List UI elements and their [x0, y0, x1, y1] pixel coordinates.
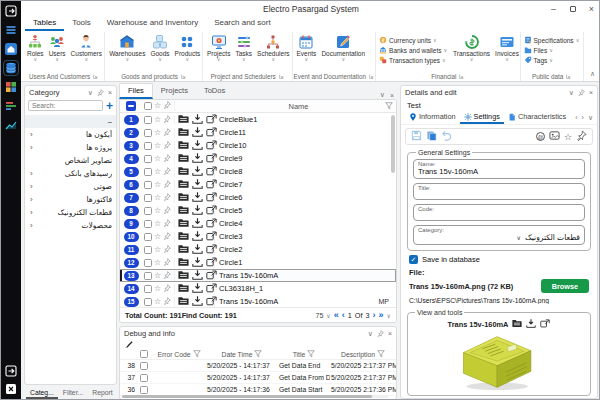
ribbon-tab-tables[interactable]: Tables: [25, 16, 64, 31]
download-icon[interactable]: [526, 319, 536, 330]
tab-projects[interactable]: Projects: [153, 84, 196, 99]
browse-button[interactable]: Browse: [541, 279, 589, 293]
download-icon[interactable]: [192, 231, 203, 243]
pin-icon[interactable]: [163, 128, 171, 138]
star-icon[interactable]: ☆: [154, 155, 161, 163]
filter-funnel-icon[interactable]: [377, 350, 385, 359]
download-icon[interactable]: [192, 166, 203, 178]
documentation-button[interactable]: Documentation ∨: [319, 34, 367, 61]
pin-icon[interactable]: [163, 167, 171, 177]
mention-icon[interactable]: @: [536, 132, 545, 141]
trend-chart-icon[interactable]: [5, 119, 17, 131]
customers-button[interactable]: Customers ∨: [69, 34, 104, 61]
tab-category[interactable]: Categ...: [26, 388, 58, 399]
save-icon[interactable]: [411, 130, 422, 143]
export-icon[interactable]: [5, 365, 17, 377]
roles-button[interactable]: Roles ∨: [25, 34, 46, 61]
expander-icon[interactable]: ›: [30, 130, 38, 139]
clear-log-icon[interactable]: [124, 339, 133, 350]
expander-icon[interactable]: ›: [30, 208, 38, 217]
select-all-checkbox[interactable]: [140, 350, 148, 358]
star-icon[interactable]: ☆: [154, 220, 161, 228]
image-icon[interactable]: [549, 130, 560, 143]
star-icon[interactable]: ☆: [154, 246, 161, 254]
category-tree-item[interactable]: تصاویر اشخاص: [25, 154, 116, 167]
minimize-icon[interactable]: –: [544, 2, 563, 17]
files-button[interactable]: Files ∨: [524, 46, 580, 54]
horizontal-scrollbar[interactable]: [122, 395, 388, 398]
chevron-down-icon[interactable]: ∨: [368, 330, 373, 338]
pin-icon[interactable]: [163, 193, 171, 203]
file-row[interactable]: 6☆Circle7: [120, 178, 396, 191]
pin-icon[interactable]: [163, 101, 171, 111]
folder-icon[interactable]: [178, 205, 189, 217]
dialog-launcher-icon[interactable]: [369, 74, 374, 79]
expander-icon[interactable]: ›: [30, 221, 38, 230]
specifications-button[interactable]: Specifications ∨: [524, 36, 580, 44]
projects-button[interactable]: Projects ∨: [205, 34, 232, 61]
pin-icon[interactable]: [163, 258, 171, 268]
folder-icon[interactable]: [178, 192, 189, 204]
row-checkbox[interactable]: [144, 220, 152, 228]
file-row[interactable]: 5☆Circle8: [120, 165, 396, 178]
chevron-down-icon[interactable]: ∨: [380, 91, 385, 99]
transactions-button[interactable]: Transactions ∨: [451, 34, 492, 61]
tab-information[interactable]: Information: [405, 111, 460, 124]
menu-icon[interactable]: [5, 24, 17, 36]
row-checkbox[interactable]: [144, 272, 152, 280]
chevron-down-icon[interactable]: ∨: [588, 114, 593, 122]
row-checkbox[interactable]: [144, 181, 152, 189]
close-panel-icon[interactable]: ×: [390, 92, 394, 99]
filter-funnel-icon[interactable]: [254, 350, 262, 359]
row-checkbox[interactable]: [144, 285, 152, 293]
name-column-header[interactable]: Name: [215, 102, 382, 111]
home-icon[interactable]: [5, 43, 17, 55]
debug-row[interactable]: 385/20/2025 - 14:17:37Get Data End5/20/2…: [120, 360, 396, 372]
category-tree-item[interactable]: ›رسیدهای بانکی: [25, 167, 116, 180]
tab-files[interactable]: Files: [119, 83, 153, 99]
folder-icon[interactable]: [178, 114, 189, 126]
row-checkbox[interactable]: [144, 142, 152, 150]
expander-icon[interactable]: ›: [30, 195, 38, 204]
star-icon[interactable]: ☆: [154, 116, 161, 124]
dialog-launcher-icon[interactable]: [459, 74, 464, 79]
file-row[interactable]: 4☆Circle9: [120, 152, 396, 165]
tags-button[interactable]: Tags ∨: [524, 56, 580, 64]
save-in-database-checkbox[interactable]: ✓ Save in database: [409, 255, 589, 264]
vertical-scrollbar[interactable]: [391, 115, 395, 173]
star-icon[interactable]: ☆: [154, 285, 161, 293]
row-checkbox[interactable]: [144, 129, 152, 137]
category-tree-item[interactable]: ›صوتی: [25, 180, 116, 193]
file-row[interactable]: 2☆Circle11: [120, 126, 396, 139]
folder-icon[interactable]: [178, 218, 189, 230]
name-field[interactable]: Name: Trans 15v-160mA: [413, 159, 585, 179]
title-field[interactable]: Title:: [413, 183, 585, 200]
pin-icon[interactable]: [163, 245, 171, 255]
debug-row[interactable]: 375/20/2025 - 14:17:37Get Data From D5/2…: [120, 372, 396, 384]
category-tree-item[interactable]: ›آیکون ها: [25, 128, 116, 141]
page-size[interactable]: 75: [316, 312, 324, 319]
expander-icon[interactable]: ›: [30, 143, 38, 152]
filter-funnel-icon[interactable]: [307, 350, 315, 359]
file-row[interactable]: 10☆Circle3: [120, 230, 396, 243]
add-category-button[interactable]: +: [106, 101, 113, 111]
prev-page-icon[interactable]: ‹: [342, 311, 345, 320]
goods-button[interactable]: Goods ∨: [148, 34, 171, 61]
mosaic-icon[interactable]: [5, 81, 17, 93]
last-page-icon[interactable]: »: [379, 311, 384, 320]
tasks-button[interactable]: Tasks ∨: [233, 34, 254, 61]
star-icon[interactable]: ☆: [154, 129, 161, 137]
pin-icon[interactable]: [163, 141, 171, 151]
schedulers-button[interactable]: Schedulers ∨: [255, 34, 292, 61]
row-checkbox[interactable]: [140, 362, 148, 370]
pin-icon[interactable]: [97, 89, 104, 96]
close-icon[interactable]: ×: [582, 2, 600, 17]
folder-icon[interactable]: [178, 296, 189, 308]
app-logo-icon[interactable]: [5, 5, 17, 17]
file-row[interactable]: 1☆CircleBlue1: [120, 113, 396, 126]
download-icon[interactable]: [192, 192, 203, 204]
download-icon[interactable]: [192, 153, 203, 165]
star-icon[interactable]: ☆: [154, 102, 161, 110]
ribbon-tab-search[interactable]: Search and sort: [206, 16, 278, 31]
folder-icon[interactable]: [178, 179, 189, 191]
